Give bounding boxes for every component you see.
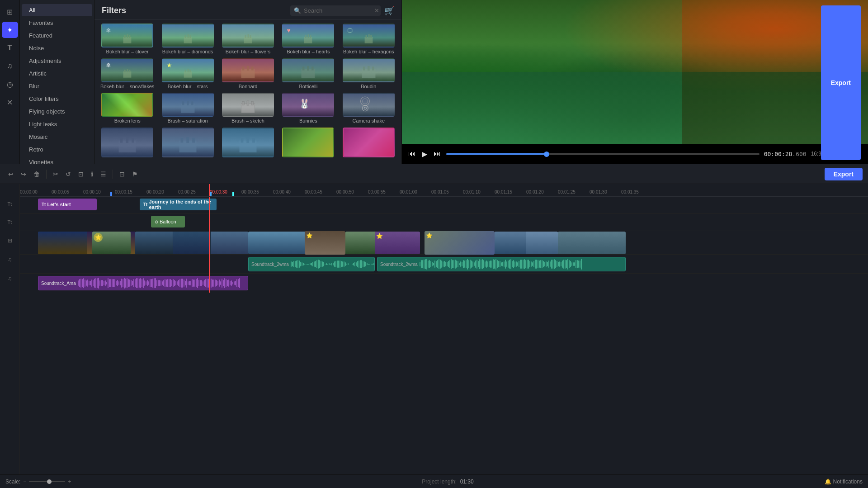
filter-bonnard[interactable]: Bonnard — [219, 58, 277, 91]
search-input[interactable] — [304, 7, 372, 14]
filter-r4-4[interactable] — [279, 128, 337, 161]
video-clip-nature[interactable]: ⭐ — [92, 232, 131, 254]
filter-broken-lens[interactable]: Broken lens — [98, 93, 156, 126]
ruler-time-80: 00:01:20 — [526, 190, 544, 194]
cart-icon[interactable]: 🛒 — [384, 6, 394, 16]
filter-botticelli[interactable]: Botticelli — [279, 58, 337, 91]
sidebar-item-blur[interactable]: Blur — [22, 80, 92, 92]
filter-r4-5[interactable] — [340, 128, 398, 161]
delete-button[interactable]: 🗑 — [31, 169, 42, 180]
timeline-ruler[interactable]: 00:00:00 00:00:05 00:00:10 00:00:15 00:0… — [20, 184, 868, 197]
filter-bokeh-flowers[interactable]: Bokeh blur – flowers — [219, 24, 277, 57]
track-control-video[interactable]: ⊞ — [8, 237, 12, 244]
video-clip-series[interactable] — [135, 232, 248, 254]
balloon-clip[interactable]: ⊙ Balloon — [151, 216, 185, 227]
track-control-text[interactable]: Tt — [8, 201, 12, 207]
filter-r4-2[interactable] — [158, 128, 217, 161]
svg-rect-57 — [192, 138, 195, 143]
notifications-button[interactable]: 🔔 Notifications — [825, 479, 863, 485]
effects-icon-btn[interactable]: ✦ — [2, 22, 18, 38]
skip-back-btn[interactable]: ⏮ — [407, 149, 416, 159]
sidebar-item-noise[interactable]: Noise — [22, 42, 92, 54]
filter-bokeh-hexagons[interactable]: Bokeh blur – hexagons — [340, 24, 398, 57]
export-button[interactable]: Export — [825, 168, 863, 180]
play-pause-btn[interactable]: ▶ — [421, 149, 428, 159]
svg-rect-37 — [363, 67, 365, 71]
search-box[interactable]: 🔍 ✕ — [290, 5, 381, 16]
redo-button[interactable]: ↪ — [18, 169, 29, 180]
sidebar-item-mosaic[interactable]: Mosaic — [22, 131, 92, 143]
crop-button[interactable]: ⊡ — [75, 169, 86, 180]
filter-bokeh-hearts[interactable]: Bokeh blur – hearts — [279, 24, 337, 57]
video-clip-lake[interactable] — [248, 232, 307, 254]
loop-button[interactable]: ↺ — [63, 169, 74, 180]
video-clip-couple[interactable]: ⭐ — [305, 231, 345, 255]
sidebar-item-all[interactable]: All — [22, 4, 92, 16]
svg-rect-4 — [184, 37, 192, 43]
transitions-icon-btn[interactable]: ◷ — [2, 76, 18, 92]
svg-rect-2 — [127, 34, 128, 38]
sidebar-item-light-leaks[interactable]: Light leaks — [22, 118, 92, 130]
audio-clip-main-music[interactable]: Soundtrack_Ama — [38, 276, 248, 290]
filter-label-camera-shake: Camera shake — [352, 117, 386, 125]
video-progress-bar[interactable] — [446, 153, 760, 155]
sidebar-item-vignettes[interactable]: Vignettes — [22, 156, 92, 164]
cut-button[interactable]: ✂ — [50, 169, 61, 180]
track-control-audio1[interactable]: ♫ — [8, 256, 12, 263]
filter-bunnies[interactable]: Bunnies — [279, 93, 337, 126]
skip-forward-btn[interactable]: ⏭ — [433, 149, 442, 159]
filter-boudin[interactable]: Boudin — [340, 58, 398, 91]
video-clip-flowers[interactable]: ⭐ — [375, 232, 420, 254]
text-clip-journey[interactable]: Tt Journey to the ends of the earth — [140, 199, 217, 210]
video-clip-lake2[interactable] — [558, 232, 626, 254]
sidebar-item-flying-objects[interactable]: Flying objects — [22, 105, 92, 118]
text-clip-lets-start[interactable]: Tt Let's start — [38, 199, 97, 210]
svg-rect-13 — [305, 35, 307, 38]
filter-bokeh-clover[interactable]: Bokeh blur – clover — [98, 24, 156, 57]
export-button-preview[interactable]: Export — [821, 5, 861, 160]
svg-rect-61 — [252, 138, 255, 143]
filter-label-bokeh-diamonds: Bokeh blur – diamonds — [161, 47, 214, 56]
scale-minus-icon[interactable]: − — [23, 479, 26, 485]
track-control-audio2[interactable]: ♫ — [8, 275, 12, 282]
video-clip-women[interactable]: ⭐ — [425, 231, 495, 255]
flag-button[interactable]: ⚑ — [129, 169, 141, 180]
scale-label: Scale: — [5, 479, 20, 485]
filter-r4-3[interactable] — [219, 128, 277, 161]
clear-search-icon[interactable]: ✕ — [374, 7, 379, 14]
sidebar-item-featured[interactable]: Featured — [22, 29, 92, 42]
text-track-1: Tt Let's start Tt Journey to the ends of… — [20, 197, 868, 214]
info-button[interactable]: ℹ — [88, 169, 96, 180]
filter-brush-sketch[interactable]: Brush – sketch — [219, 93, 277, 126]
svg-rect-51 — [120, 138, 123, 143]
filter-brush-saturation[interactable]: Brush – saturation — [158, 93, 217, 126]
undo-button[interactable]: ↩ — [5, 169, 16, 180]
filter-label-bokeh-hexagons: Bokeh blur – hexagons — [342, 47, 395, 56]
media-icon-btn[interactable]: ⊞ — [2, 4, 18, 20]
list-button[interactable]: ☰ — [98, 169, 109, 180]
svg-rect-35 — [311, 67, 314, 71]
audio-icon-btn[interactable]: ♫ — [2, 58, 18, 74]
sidebar-item-retro[interactable]: Retro — [22, 143, 92, 156]
sidebar-item-favorites[interactable]: Favorites — [22, 17, 92, 29]
scale-plus-icon[interactable]: + — [68, 479, 71, 485]
audio-clip-soundtrack2b[interactable]: Soundtrack_2wma — [377, 257, 626, 271]
text-icon-btn[interactable]: T — [2, 40, 18, 56]
filter-bokeh-stars[interactable]: Bokeh blur – stars — [158, 58, 217, 91]
scale-slider[interactable] — [29, 481, 65, 482]
filter-bokeh-snowflakes[interactable]: Bokeh blur – snowflakes — [98, 58, 156, 91]
audio-clip-soundtrack2a[interactable]: Soundtrack_2wma — [248, 257, 375, 271]
video-clip-mountains[interactable] — [495, 232, 558, 254]
remove-icon-btn[interactable]: ✕ — [2, 94, 18, 110]
sidebar-item-artistic[interactable]: Artistic — [22, 67, 92, 80]
svg-rect-30 — [247, 66, 249, 71]
filter-camera-shake[interactable]: Camera shake — [340, 93, 398, 126]
ruler-marker-cyan — [232, 192, 234, 196]
filter-r4-1[interactable] — [98, 128, 156, 161]
filter-bokeh-diamonds[interactable]: Bokeh blur – diamonds — [158, 24, 217, 57]
svg-rect-55 — [180, 138, 183, 143]
sidebar-item-color-filters[interactable]: Color filters — [22, 93, 92, 105]
sidebar-item-adjustments[interactable]: Adjustments — [22, 55, 92, 67]
screen-button[interactable]: ⊡ — [117, 169, 127, 180]
track-control-text2[interactable]: Tt — [8, 219, 12, 225]
